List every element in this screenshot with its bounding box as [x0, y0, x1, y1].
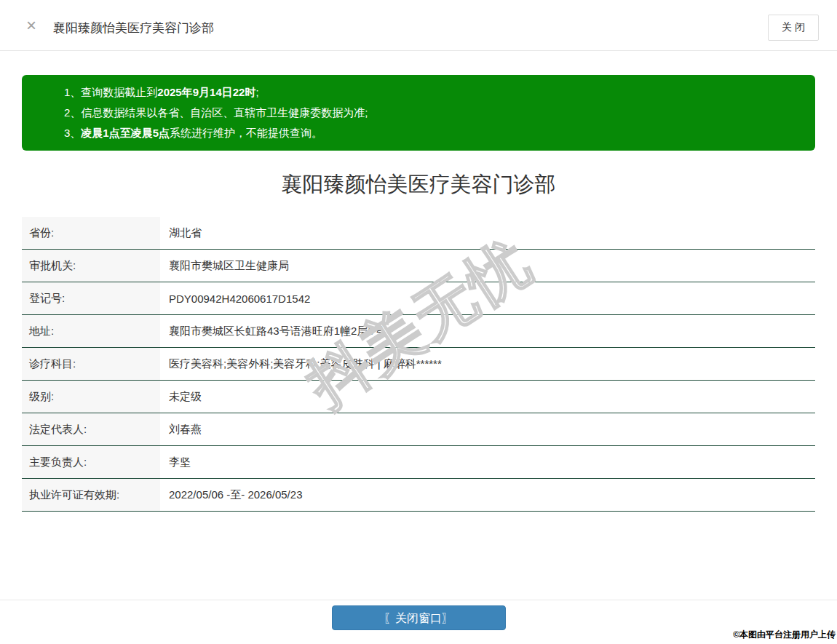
- top-bar: × 襄阳臻颜怡美医疗美容门诊部 关 闭: [0, 0, 837, 51]
- row-value: 医疗美容科;美容外科;美容牙科;美容皮肤科 | 麻醉科******: [160, 348, 815, 380]
- row-label: 法定代表人:: [22, 413, 160, 445]
- notice-line-1: 1、查询数据截止到2025年9月14日22时;: [64, 82, 793, 103]
- row-value: 襄阳市樊城区卫生健康局: [160, 250, 815, 282]
- institution-info-table: 省份: 湖北省 审批机关: 襄阳市樊城区卫生健康局 登记号: PDY00942H…: [22, 217, 815, 512]
- row-value: 2022/05/06 -至- 2026/05/23: [160, 479, 815, 511]
- row-label: 执业许可证有效期:: [22, 479, 160, 511]
- row-label: 主要负责人:: [22, 446, 160, 478]
- table-row-main-responsible-person: 主要负责人: 李坚: [22, 446, 815, 479]
- row-value: PDY00942H42060617D1542: [160, 282, 815, 314]
- table-row-level: 级别: 未定级: [22, 381, 815, 413]
- notice-line-2: 2、信息数据结果以各省、自治区、直辖市卫生健康委数据为准;: [64, 103, 793, 123]
- row-value: 襄阳市樊城区长虹路43号语港旺府1幢2层6号: [160, 315, 815, 347]
- row-label: 审批机关:: [22, 250, 160, 282]
- footer-bar: 〖关闭窗口〗: [0, 600, 837, 630]
- row-value: 未定级: [160, 381, 815, 413]
- upload-attribution-caption: ©本图由平台注册用户上传: [733, 629, 836, 641]
- row-value: 刘春燕: [160, 413, 815, 445]
- table-row-legal-representative: 法定代表人: 刘春燕: [22, 413, 815, 446]
- page-title: 襄阳臻颜怡美医疗美容门诊部: [0, 168, 837, 200]
- table-row-approval-authority: 审批机关: 襄阳市樊城区卫生健康局: [22, 250, 815, 282]
- close-button[interactable]: 关 闭: [768, 15, 819, 41]
- row-value: 湖北省: [160, 217, 815, 249]
- row-label: 地址:: [22, 315, 160, 347]
- table-row-province: 省份: 湖北省: [22, 217, 815, 250]
- notice-banner: 1、查询数据截止到2025年9月14日22时; 2、信息数据结果以各省、自治区、…: [22, 75, 815, 151]
- table-row-registration-number: 登记号: PDY00942H42060617D1542: [22, 282, 815, 315]
- close-window-button[interactable]: 〖关闭窗口〗: [332, 605, 506, 630]
- row-label: 登记号:: [22, 282, 160, 314]
- row-label: 诊疗科目:: [22, 348, 160, 380]
- window-title: 襄阳臻颜怡美医疗美容门诊部: [53, 20, 214, 36]
- query-result-page: × 襄阳臻颜怡美医疗美容门诊部 关 闭 1、查询数据截止到2025年9月14日2…: [0, 0, 837, 644]
- row-label: 级别:: [22, 381, 160, 413]
- row-value: 李坚: [160, 446, 815, 478]
- notice-line-3: 3、凌晨1点至凌晨5点系统进行维护，不能提供查询。: [64, 123, 793, 143]
- row-label: 省份:: [22, 217, 160, 249]
- spacer: [0, 512, 837, 600]
- table-row-license-validity: 执业许可证有效期: 2022/05/06 -至- 2026/05/23: [22, 479, 815, 512]
- table-row-medical-subjects: 诊疗科目: 医疗美容科;美容外科;美容牙科;美容皮肤科 | 麻醉科******: [22, 348, 815, 381]
- close-x-icon[interactable]: ×: [26, 16, 36, 35]
- table-row-address: 地址: 襄阳市樊城区长虹路43号语港旺府1幢2层6号: [22, 315, 815, 348]
